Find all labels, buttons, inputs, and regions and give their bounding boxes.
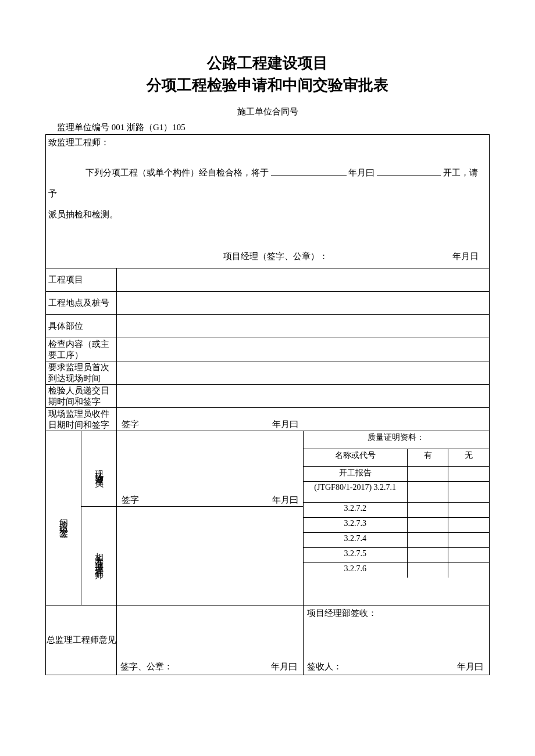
quality-row-4-yes[interactable] [407,532,448,547]
quality-row-5: 3.2.7.5 [304,547,408,562]
vlabel-sub2: 相关专业监理工程师 [94,546,105,567]
title-block: 公路工程建设项目 分项工程检验申请和中间交验审批表 [45,52,490,96]
quality-block: 质量证明资料： 名称或代号 有 无 开工报告 (JTGF80/1-2017) 3… [303,431,489,605]
vlabel-main-cell: 间验认中交签 [46,431,81,605]
quality-row-1-no[interactable] [448,481,489,502]
title-line-2: 分项工程检验申请和中间交验审批表 [45,74,490,96]
quality-row-3: 3.2.7.3 [304,517,408,532]
title-line-1: 公路工程建设项目 [45,52,490,74]
body-line2: 派员抽检和检测。 [48,210,118,219]
quality-row-5-yes[interactable] [407,547,448,562]
vlabel-main: 间验认中交签 [58,511,69,525]
quality-row-3-yes[interactable] [407,517,448,532]
sign-seal-date: 年月曰 [271,661,297,672]
sign-prefix-1: 签字 [122,419,139,430]
page: 公路工程建设项目 分项工程检验申请和中间交验审批表 施工单位合同号 监理单位编号… [0,0,535,756]
label-inspector-sign: 检验人员递交日期时间和签字 [46,385,117,408]
quality-row-1-yes[interactable] [407,481,448,502]
body-pre: 下列分项工程（或单个构件）经自检合格，将于 [85,168,269,177]
label-site-sign: 现场监理员收件日期时间和签字 [46,408,117,431]
signer-label: 签收人： [307,661,342,672]
quality-row-5-no[interactable] [448,547,489,562]
label-part: 具体部位 [46,315,117,338]
signer-date: 年月曰 [457,661,483,672]
quality-row-2-yes[interactable] [407,502,448,517]
quality-row-0: 开工报告 [304,466,408,481]
quality-table: 质量证明资料： 名称或代号 有 无 开工报告 (JTGF80/1-2017) 3… [304,431,489,578]
pm-sign-label: 项目经理（签字、公章）： [223,251,379,262]
quality-name-header: 名称或代号 [304,449,408,466]
value-location[interactable] [117,292,490,315]
quality-row-4-no[interactable] [448,532,489,547]
quality-row-0-yes[interactable] [407,466,448,481]
chief-engineer-label: 总监理工程师意见 [46,605,117,675]
pm-date-label: 年月日 [378,251,489,262]
salutation: 致监理工程师： [48,137,486,148]
quality-row-4: 3.2.7.4 [304,532,408,547]
sign-seal-label: 签字、公章： [120,661,173,672]
label-project: 工程项目 [46,268,117,292]
vlabel-sub2-cell: 相关专业监理工程师 [81,507,117,605]
sign-prefix-2: 签字 [122,495,139,506]
label-first-arrival: 要求监理员首次到达现场时间 [46,361,117,385]
quality-row-0-no[interactable] [448,466,489,481]
label-location: 工程地点及桩号 [46,292,117,315]
value-first-arrival[interactable] [117,361,490,385]
reference-number: 监理单位编号 001 浙路（G1）105 [45,122,490,134]
date-blank-2[interactable] [377,175,441,175]
quality-row-2-no[interactable] [448,502,489,517]
pm-signature-row: 项目经理（签字、公章）： 年月日 [46,251,489,262]
contract-number-label: 施工单位合同号 [45,106,490,117]
signature-area-2[interactable]: 签字 年月曰 [117,507,303,605]
quality-row-2: 3.2.7.2 [304,502,408,517]
quality-no-header: 无 [448,449,489,466]
vlabel-sub1: 现场监理员 [94,463,105,475]
quality-yes-header: 有 [407,449,448,466]
letter-body: 下列分项工程（或单个构件）经自检合格，将于 年月曰 开工，请予 派员抽检和检测。 [48,162,486,225]
body-mid: 年月曰 [348,168,374,177]
letter-cell: 致监理工程师： 下列分项工程（或单个构件）经自检合格，将于 年月曰 开工，请予 … [46,135,490,268]
quality-row-6: 3.2.7.6 [304,562,408,578]
sign-date-1: 年月曰 [272,419,298,430]
label-content: 检查内容（或主要工序） [46,338,117,361]
date-blank-1[interactable] [271,175,347,175]
quality-header: 质量证明资料： [304,431,489,449]
quality-row-3-no[interactable] [448,517,489,532]
quality-row-6-no[interactable] [448,562,489,578]
main-form-table: 致监理工程师： 下列分项工程（或单个构件）经自检合格，将于 年月曰 开工，请予 … [45,134,490,675]
value-project[interactable] [117,268,490,292]
value-part[interactable] [117,315,490,338]
quality-row-1: (JTGF80/1-2017) 3.2.7.1 [304,481,408,502]
value-content[interactable] [117,338,490,361]
value-inspector-sign[interactable] [117,385,490,408]
pm-receipt-label: 项目经理部签收： [304,605,489,621]
sign-date-2: 年月曰 [272,495,298,506]
chief-engineer-sign-area[interactable]: 签字、公章： 年月曰 [117,605,303,675]
vlabel-sub1-cell: 现场监理员 [81,431,117,507]
pm-receipt-area[interactable]: 项目经理部签收： 签收人： 年月曰 [303,605,489,675]
quality-row-6-yes[interactable] [407,562,448,578]
